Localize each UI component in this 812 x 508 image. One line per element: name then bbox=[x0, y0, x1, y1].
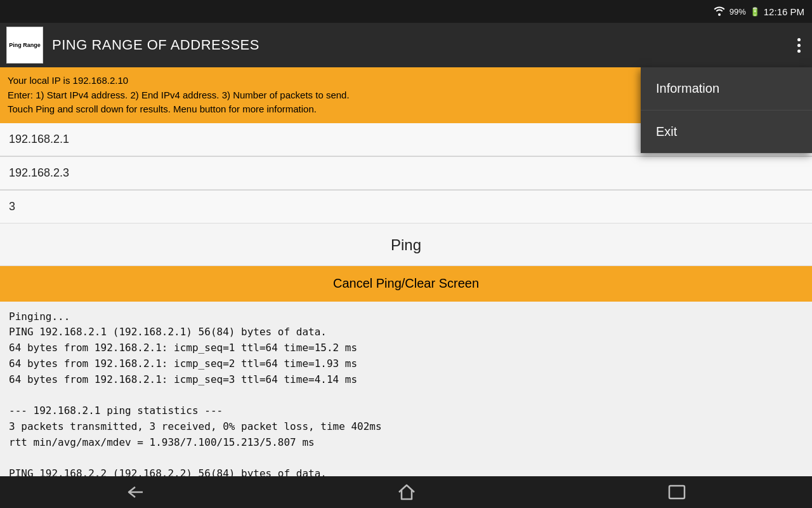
battery-icon: 🔋 bbox=[750, 7, 760, 17]
battery-level: 99% bbox=[730, 7, 746, 17]
recent-apps-button[interactable] bbox=[643, 479, 711, 505]
packets-input[interactable] bbox=[9, 200, 803, 213]
ping-button-row[interactable]: Ping bbox=[0, 224, 812, 266]
packets-row[interactable] bbox=[0, 190, 812, 224]
app-logo: Ping Range bbox=[6, 27, 43, 64]
status-bar: 99% 🔋 12:16 PM bbox=[0, 0, 812, 23]
home-button[interactable] bbox=[372, 479, 441, 505]
ping-button[interactable]: Ping bbox=[391, 236, 421, 254]
svg-rect-1 bbox=[669, 486, 684, 498]
top-bar: Ping Range PING RANGE OF ADDRESSES bbox=[0, 23, 812, 67]
dropdown-menu: Information Exit bbox=[641, 67, 812, 153]
time-display: 12:16 PM bbox=[764, 6, 804, 17]
cancel-button-label: Cancel Ping/Clear Screen bbox=[333, 276, 479, 291]
end-ip-row[interactable] bbox=[0, 157, 812, 190]
back-button[interactable] bbox=[101, 479, 171, 505]
overflow-menu-button[interactable] bbox=[792, 33, 806, 58]
cancel-button-row[interactable]: Cancel Ping/Clear Screen bbox=[0, 266, 812, 302]
wifi-icon bbox=[713, 6, 726, 18]
menu-item-exit[interactable]: Exit bbox=[641, 110, 812, 153]
menu-item-information[interactable]: Information bbox=[641, 67, 812, 110]
end-ip-input[interactable] bbox=[9, 166, 803, 180]
app-title: PING RANGE OF ADDRESSES bbox=[52, 37, 783, 53]
nav-bar bbox=[0, 476, 812, 508]
